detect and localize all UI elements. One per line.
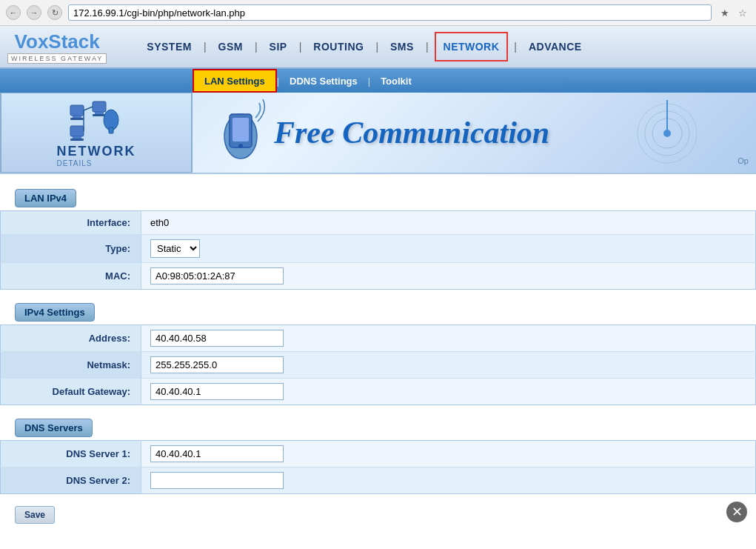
lan-ipv4-header: LAN IPv4 <box>15 189 76 207</box>
svg-rect-13 <box>109 127 113 133</box>
netmask-value <box>141 352 756 379</box>
table-row: DNS Server 2: <box>1 468 756 494</box>
address-label: Address: <box>1 325 141 352</box>
sub-nav-lan-settings[interactable]: LAN Settings <box>193 69 277 93</box>
top-nav: VoxStack WIRELESS GATEWAY SYSTEM | GSM |… <box>0 26 756 69</box>
table-row: Netmask: <box>1 352 756 379</box>
dns2-input[interactable] <box>150 472 284 489</box>
close-button[interactable]: ✕ <box>726 502 747 522</box>
address-input[interactable] <box>150 330 284 347</box>
table-row: Address: <box>1 325 756 352</box>
banner: NETWORK DETAILS Free Communication <box>0 93 756 174</box>
nav-item-system[interactable]: SYSTEM <box>136 25 202 68</box>
ipv4-settings-header: IPv4 Settings <box>15 303 95 322</box>
banner-left: NETWORK DETAILS <box>0 93 193 173</box>
dns2-value <box>141 468 756 494</box>
type-label: Type: <box>1 235 141 263</box>
interface-label: Interface: <box>1 211 141 235</box>
logo-part2: Stack <box>48 30 99 53</box>
type-value: Static DHCP <box>141 235 756 263</box>
star-icon[interactable]: ☆ <box>735 5 750 20</box>
banner-section-sub: DETAILS <box>57 159 136 167</box>
svg-point-17 <box>238 144 243 148</box>
gateway-input[interactable] <box>150 383 284 400</box>
browser-chrome: ← → ↻ ★ ☆ <box>0 0 756 26</box>
dns1-input[interactable] <box>150 445 284 462</box>
dns2-label: DNS Server 2: <box>1 468 141 494</box>
logo-part1: Vox <box>15 30 49 53</box>
nav-divider-5: | <box>424 41 430 53</box>
app-container: VoxStack WIRELESS GATEWAY SYSTEM | GSM |… <box>0 26 756 549</box>
network-illustration <box>67 98 126 142</box>
gateway-label: Default Gateway: <box>1 379 141 405</box>
svg-rect-8 <box>70 139 84 141</box>
banner-section-label: NETWORK <box>57 144 136 159</box>
mac-input[interactable] <box>150 267 284 285</box>
phone-graphic <box>215 96 267 170</box>
nav-divider-1: | <box>202 41 208 53</box>
save-button[interactable]: Save <box>15 506 55 524</box>
table-row: Type: Static DHCP <box>1 235 756 263</box>
dns1-value <box>141 441 756 468</box>
svg-rect-6 <box>70 126 84 136</box>
sub-nav: LAN Settings | DDNS Settings | Toolkit <box>0 69 756 93</box>
sub-nav-toolkit[interactable]: Toolkit <box>370 69 422 93</box>
svg-line-9 <box>84 107 93 110</box>
netmask-input[interactable] <box>150 356 284 373</box>
svg-rect-1 <box>73 116 81 118</box>
back-button[interactable]: ← <box>6 5 21 20</box>
svg-rect-0 <box>70 105 84 116</box>
table-row: Default Gateway: <box>1 379 756 405</box>
svg-rect-7 <box>73 136 81 139</box>
nav-items: SYSTEM | GSM | SIP | ROUTING | SMS | NET… <box>136 25 749 68</box>
nav-item-sip[interactable]: SIP <box>259 25 298 68</box>
type-select[interactable]: Static DHCP <box>150 239 200 258</box>
sub-nav-ddns-settings[interactable]: DDNS Settings <box>279 69 368 93</box>
main-content: LAN IPv4 Interface: eth0 Type: Static DH… <box>0 174 756 537</box>
gateway-value <box>141 379 756 405</box>
interface-value: eth0 <box>141 211 756 235</box>
table-row: MAC: <box>1 263 756 290</box>
nav-item-routing[interactable]: ROUTING <box>303 25 374 68</box>
dns-servers-header: DNS Servers <box>15 419 93 437</box>
ipv4-settings-table: Address: Netmask: Default Gateway: <box>0 325 756 405</box>
dns1-label: DNS Server 1: <box>1 441 141 468</box>
logo-text: VoxStack <box>15 30 100 53</box>
banner-tagline: Free Communication <box>274 115 549 150</box>
banner-right-text: Op <box>737 156 749 165</box>
satellite-graphic <box>608 93 697 174</box>
logo-subtitle: WIRELESS GATEWAY <box>7 53 107 64</box>
nav-divider-6: | <box>512 41 518 53</box>
forward-button[interactable]: → <box>27 5 41 20</box>
nav-divider-4: | <box>374 41 380 53</box>
address-value <box>141 325 756 352</box>
mac-value <box>141 263 756 290</box>
bookmark-icon[interactable]: ★ <box>717 5 732 20</box>
address-bar[interactable] <box>68 4 712 21</box>
lan-ipv4-table: Interface: eth0 Type: Static DHCP MAC: <box>0 210 756 290</box>
table-row: DNS Server 1: <box>1 441 756 468</box>
logo: VoxStack WIRELESS GATEWAY <box>7 30 107 64</box>
nav-divider-3: | <box>298 41 304 53</box>
table-row: Interface: eth0 <box>1 211 756 235</box>
nav-item-advance[interactable]: ADVANCE <box>518 25 592 68</box>
svg-rect-4 <box>95 112 104 114</box>
nav-item-sms[interactable]: SMS <box>380 25 424 68</box>
svg-rect-2 <box>70 118 84 120</box>
svg-rect-16 <box>233 118 249 142</box>
nav-divider-2: | <box>253 41 259 53</box>
dns-servers-table: DNS Server 1: DNS Server 2: <box>0 440 756 494</box>
netmask-label: Netmask: <box>1 352 141 379</box>
svg-rect-3 <box>93 102 106 112</box>
refresh-button[interactable]: ↻ <box>47 5 62 20</box>
nav-item-network[interactable]: NETWORK <box>435 32 509 61</box>
nav-item-gsm[interactable]: GSM <box>208 25 253 68</box>
mac-label: MAC: <box>1 263 141 290</box>
